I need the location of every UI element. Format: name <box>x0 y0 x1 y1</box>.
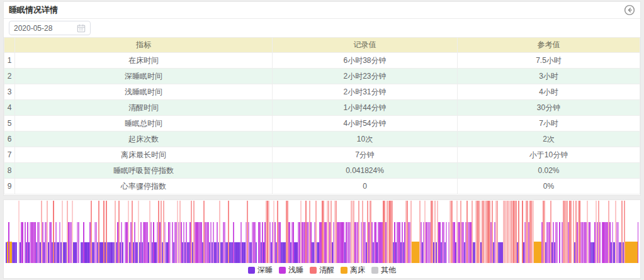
date-picker[interactable]: 2020-05-28 <box>9 21 91 35</box>
header-record: 记录值 <box>273 38 458 53</box>
cell-indicator: 睡眠总时间 <box>15 116 273 132</box>
legend-item-awake[interactable]: 清醒 <box>310 265 334 276</box>
stage-bar-deep <box>6 242 7 263</box>
cell-reference: 7.5小时 <box>458 53 640 69</box>
stage-bar-deep <box>294 242 295 263</box>
out-of-bed-swatch-icon <box>341 267 347 274</box>
legend-item-light[interactable]: 浅睡 <box>279 265 303 276</box>
stage-bar-awake <box>358 201 359 263</box>
legend-label: 浅睡 <box>288 265 303 276</box>
legend-label: 其他 <box>381 265 396 276</box>
cell-indicator: 心率骤停指数 <box>15 179 273 194</box>
table-row: 8睡眠呼吸暂停指数0.041824%0.02% <box>4 163 640 179</box>
row-num: 6 <box>4 132 15 147</box>
sleep-metrics-table: 指标 记录值 参考值 1在床时间6小时38分钟7.5小时 2深睡眠时间2小时23… <box>4 37 640 194</box>
legend-label: 清醒 <box>319 265 334 276</box>
header-reference: 参考值 <box>458 38 640 53</box>
stage-bar-light <box>78 222 79 263</box>
table-row: 3浅睡眠时间2小时31分钟4小时 <box>4 84 640 100</box>
table-row: 7离床最长时间7分钟小于10分钟 <box>4 147 640 163</box>
stage-bar-deep <box>16 242 17 263</box>
toolbar: 2020-05-28 <box>4 19 640 37</box>
table-row: 1在床时间6小时38分钟7.5小时 <box>4 53 640 69</box>
cell-record: 10次 <box>273 132 458 147</box>
header-indicator: 指标 <box>15 38 273 53</box>
cell-record: 4小时54分钟 <box>273 116 458 132</box>
back-button[interactable] <box>624 4 635 16</box>
stage-bar-awake <box>410 201 412 263</box>
table-row: 5睡眠总时间4小时54分钟7小时 <box>4 116 640 132</box>
stage-bar-light <box>559 222 560 263</box>
cell-indicator: 浅睡眠时间 <box>15 84 273 100</box>
row-num: 5 <box>4 116 15 132</box>
cell-record: 6小时38分钟 <box>273 53 458 69</box>
calendar-icon <box>77 24 86 33</box>
chart-card: 深睡 浅睡 清醒 离床 其他 <box>3 199 641 279</box>
cell-record: 0.041824% <box>273 163 458 179</box>
date-value: 2020-05-28 <box>14 24 77 33</box>
stage-bar-light <box>599 222 601 263</box>
stage-bar-light <box>8 222 9 263</box>
circle-arrow-left-icon <box>624 4 635 16</box>
legend-label: 深睡 <box>257 265 273 276</box>
stage-bar-light <box>446 222 447 263</box>
stage-bar-awake <box>570 201 572 263</box>
row-num: 4 <box>4 100 15 116</box>
stage-bar-deep <box>84 242 86 263</box>
legend-item-deep[interactable]: 深睡 <box>248 265 273 276</box>
stage-bar-awake <box>624 201 625 263</box>
cell-indicator: 在床时间 <box>15 53 273 69</box>
cell-record: 1小时44分钟 <box>273 100 458 116</box>
stage-bar-light <box>556 222 558 263</box>
cell-reference: 3小时 <box>458 69 640 84</box>
table-row: 6起床次数10次2次 <box>4 132 640 147</box>
cell-reference: 2次 <box>458 132 640 147</box>
cell-indicator: 起床次数 <box>15 132 273 147</box>
cell-reference: 0% <box>458 179 640 194</box>
stage-bar-deep <box>110 242 111 263</box>
stage-bar-awake <box>518 201 519 263</box>
chart-legend: 深睡 浅睡 清醒 离床 其他 <box>4 263 640 277</box>
row-num: 2 <box>4 69 15 84</box>
legend-item-outbed[interactable]: 离床 <box>341 265 365 276</box>
row-num: 8 <box>4 163 15 179</box>
cell-record: 2小时23分钟 <box>273 69 458 84</box>
row-num: 1 <box>4 53 15 69</box>
sleep-detail-page: 睡眠情况详情 2020-05-28 <box>0 0 644 280</box>
title-bar: 睡眠情况详情 <box>4 2 640 19</box>
header-index <box>4 38 15 53</box>
stage-bar-light <box>22 222 23 263</box>
cell-indicator: 睡眠呼吸暂停指数 <box>15 163 273 179</box>
row-num: 7 <box>4 147 15 163</box>
cell-indicator: 离床最长时间 <box>15 147 273 163</box>
sleep-stage-timeline-chart <box>6 201 638 263</box>
cell-indicator: 清醒时间 <box>15 100 273 116</box>
legend-label: 离床 <box>350 265 365 276</box>
stage-bar-deep <box>256 242 257 263</box>
light-sleep-swatch-icon <box>279 267 286 274</box>
other-swatch-icon <box>371 267 378 274</box>
cell-indicator: 深睡眠时间 <box>15 69 273 84</box>
cell-record: 7分钟 <box>273 147 458 163</box>
cell-reference: 0.02% <box>458 163 640 179</box>
cell-reference: 4小时 <box>458 84 640 100</box>
detail-card: 睡眠情况详情 2020-05-28 <box>3 1 641 196</box>
stage-bar-awake <box>532 201 533 263</box>
awake-swatch-icon <box>310 267 317 274</box>
legend-item-other[interactable]: 其他 <box>371 265 396 276</box>
cell-record: 0 <box>273 179 458 194</box>
page-title: 睡眠情况详情 <box>9 4 58 16</box>
cell-reference: 小于10分钟 <box>458 147 640 163</box>
row-num: 9 <box>4 179 15 194</box>
cell-record: 2小时31分钟 <box>273 84 458 100</box>
stage-bar-light <box>262 222 263 263</box>
cell-reference: 30分钟 <box>458 100 640 116</box>
cell-reference: 7小时 <box>458 116 640 132</box>
row-num: 3 <box>4 84 15 100</box>
stage-bar-deep <box>122 242 123 263</box>
table-row: 2深睡眠时间2小时23分钟3小时 <box>4 69 640 84</box>
deep-sleep-swatch-icon <box>248 267 255 274</box>
table-row: 4清醒时间1小时44分钟30分钟 <box>4 100 640 116</box>
stage-bar-light <box>169 222 171 263</box>
table-header-row: 指标 记录值 参考值 <box>4 38 640 53</box>
